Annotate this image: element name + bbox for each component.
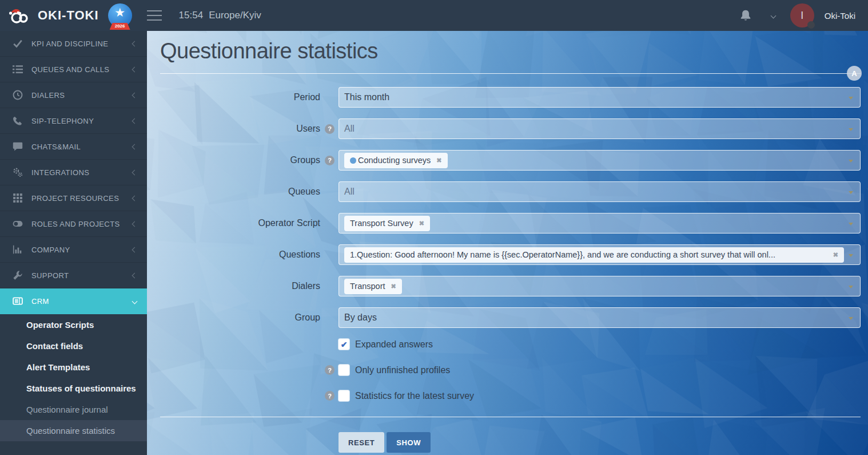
field-label: Questions bbox=[279, 250, 320, 260]
remove-tag-icon[interactable]: ✖ bbox=[436, 157, 441, 164]
dropdown-caret-icon bbox=[849, 97, 853, 100]
group-field[interactable]: By days bbox=[339, 307, 861, 328]
sidebar-item-company[interactable]: COMPANY bbox=[0, 237, 147, 263]
tag-chip[interactable]: Transport✖ bbox=[344, 279, 402, 294]
chevron-left-icon bbox=[132, 66, 138, 72]
sidebar-item-chats-mail[interactable]: CHATS&MAIL bbox=[0, 134, 147, 160]
chevron-left-icon bbox=[132, 195, 138, 201]
sidebar-subitem-questionnaire-statistics[interactable]: Questionnaire statistics bbox=[0, 420, 147, 441]
reset-button[interactable]: RESET bbox=[339, 432, 384, 453]
operator-script-field[interactable]: Transport Survey✖ bbox=[339, 213, 861, 234]
form-row-users: Users?All bbox=[160, 118, 861, 139]
sidebar-subitem-alert-templates[interactable]: Alert Templates bbox=[0, 357, 147, 378]
checkbox-row-statistics-for-the-latest-survey: ?Statistics for the latest survey bbox=[325, 390, 861, 401]
star-icon: ★ bbox=[114, 6, 125, 19]
remove-tag-icon[interactable]: ✖ bbox=[833, 251, 838, 259]
sidebar-item-label: KPI AND DISCIPLINE bbox=[31, 39, 133, 48]
field-label: Operator Script bbox=[258, 218, 320, 228]
brand-logo[interactable]: OKI-TOKI bbox=[8, 7, 99, 24]
sidebar-item-kpi-and-discipline[interactable]: KPI AND DISCIPLINE bbox=[0, 31, 147, 57]
sidebar-item-integrations[interactable]: INTEGRATIONS bbox=[0, 160, 147, 185]
sidebar-item-label: PROJECT RESOURCES bbox=[31, 194, 133, 203]
dropdown-caret-icon bbox=[849, 254, 853, 257]
chevron-left-icon bbox=[132, 118, 138, 124]
tag-chip[interactable]: 1.Question: Good afternoon! My name is {… bbox=[344, 247, 844, 263]
field-value: By days bbox=[344, 312, 377, 323]
dropdown-caret-icon bbox=[849, 191, 853, 194]
wrench-icon bbox=[13, 270, 23, 280]
help-icon[interactable]: ? bbox=[325, 365, 335, 375]
button-row: RESET SHOW bbox=[339, 432, 861, 453]
groups-field[interactable]: Conducting surveys✖ bbox=[339, 150, 861, 171]
checkbox[interactable] bbox=[339, 365, 349, 375]
chevron-left-icon bbox=[132, 144, 138, 149]
dialers-field[interactable]: Transport✖ bbox=[339, 276, 861, 296]
queues-field[interactable]: All bbox=[339, 181, 861, 202]
period-field[interactable]: This month bbox=[339, 87, 861, 108]
sidebar-item-crm[interactable]: CRM bbox=[0, 288, 147, 314]
sidebar-item-dialers[interactable]: DIALERS bbox=[0, 82, 147, 108]
tag-color-dot bbox=[350, 157, 356, 164]
sidebar-subitem-statuses-of-questionnaires[interactable]: Statuses of questionnaires bbox=[0, 378, 147, 399]
field-label: Dialers bbox=[292, 281, 320, 291]
tag-label: Transport Survey bbox=[350, 219, 413, 228]
crm-card-icon bbox=[13, 296, 23, 306]
anchor-badge[interactable]: A bbox=[847, 66, 862, 81]
grid-icon bbox=[13, 193, 23, 203]
chevron-down-icon[interactable] bbox=[770, 13, 776, 18]
tag-chip[interactable]: Conducting surveys✖ bbox=[344, 153, 448, 168]
sidebar-subitem-operator-scripts[interactable]: Operator Scripts bbox=[0, 314, 147, 335]
chevron-left-icon bbox=[132, 272, 138, 278]
dropdown-caret-icon bbox=[849, 223, 853, 225]
sidebar-item-label: CHATS&MAIL bbox=[31, 143, 133, 151]
sidebar-item-project-resources[interactable]: PROJECT RESOURCES bbox=[0, 185, 147, 211]
checkbox[interactable] bbox=[339, 390, 349, 401]
help-icon[interactable]: ? bbox=[325, 156, 335, 165]
account-name[interactable]: Oki-Toki bbox=[825, 11, 855, 21]
chevron-left-icon bbox=[132, 92, 138, 98]
menu-toggle-icon[interactable] bbox=[147, 7, 162, 24]
sidebar-item-label: COMPANY bbox=[31, 246, 133, 254]
show-button[interactable]: SHOW bbox=[387, 432, 431, 453]
chevron-left-icon bbox=[132, 247, 138, 252]
topbar-right: I Oki-Toki bbox=[739, 3, 855, 27]
sidebar-item-label: SUPPORT bbox=[31, 271, 133, 280]
divider: A bbox=[160, 73, 861, 74]
top-bar: OKI-TOKI ★ 2026 15:54 Europe/Kyiv I Oki-… bbox=[0, 0, 868, 31]
field-label: Period bbox=[294, 92, 320, 102]
brand-name: OKI-TOKI bbox=[38, 8, 99, 23]
dropdown-caret-icon bbox=[849, 286, 853, 288]
help-icon[interactable]: ? bbox=[325, 124, 335, 134]
avatar-letter: I bbox=[801, 10, 803, 22]
sidebar-subitem-questionnaire-journal[interactable]: Questionnaire journal bbox=[0, 399, 147, 420]
field-value: All bbox=[344, 187, 355, 197]
phone-icon bbox=[13, 116, 23, 126]
sidebar-item-queues-and-calls[interactable]: QUEUES AND CALLS bbox=[0, 57, 147, 82]
sidebar-item-label: ROLES AND PROJECTS bbox=[31, 220, 133, 228]
tag-label: 1.Question: Good afternoon! My name is {… bbox=[350, 250, 775, 259]
field-label: Queues bbox=[288, 187, 320, 197]
help-icon[interactable]: ? bbox=[325, 391, 335, 401]
chat-icon bbox=[13, 141, 23, 152]
sidebar-item-roles-and-projects[interactable]: ROLES AND PROJECTS bbox=[0, 211, 147, 237]
questions-field[interactable]: 1.Question: Good afternoon! My name is {… bbox=[339, 244, 861, 265]
checkbox-row-only-unfinished-profiles: ?Only unfinished profiles bbox=[325, 365, 861, 375]
remove-tag-icon[interactable]: ✖ bbox=[391, 283, 396, 290]
globe-year-label: 2026 bbox=[110, 23, 130, 30]
sidebar-subitem-contact-fields[interactable]: Contact fields bbox=[0, 335, 147, 357]
notifications-bell-icon[interactable] bbox=[739, 9, 752, 22]
field-label: Group bbox=[295, 312, 320, 323]
sidebar-item-sip-telephony[interactable]: SIP-TELEPHONY bbox=[0, 108, 147, 134]
remove-tag-icon[interactable]: ✖ bbox=[419, 220, 424, 227]
dropdown-caret-icon bbox=[849, 317, 853, 320]
chevron-left-icon bbox=[132, 221, 138, 227]
new-year-globe-badge[interactable]: ★ 2026 bbox=[108, 3, 132, 27]
avatar[interactable]: I bbox=[790, 3, 814, 27]
users-field[interactable]: All bbox=[339, 118, 861, 139]
checkbox[interactable]: ✔ bbox=[339, 339, 349, 350]
form-row-questions: Questions1.Question: Good afternoon! My … bbox=[160, 244, 861, 265]
sidebar-item-support[interactable]: SUPPORT bbox=[0, 263, 147, 288]
tag-chip[interactable]: Transport Survey✖ bbox=[344, 216, 430, 231]
time-label: 15:54 bbox=[179, 10, 204, 21]
form-row-group: GroupBy days bbox=[160, 307, 861, 328]
